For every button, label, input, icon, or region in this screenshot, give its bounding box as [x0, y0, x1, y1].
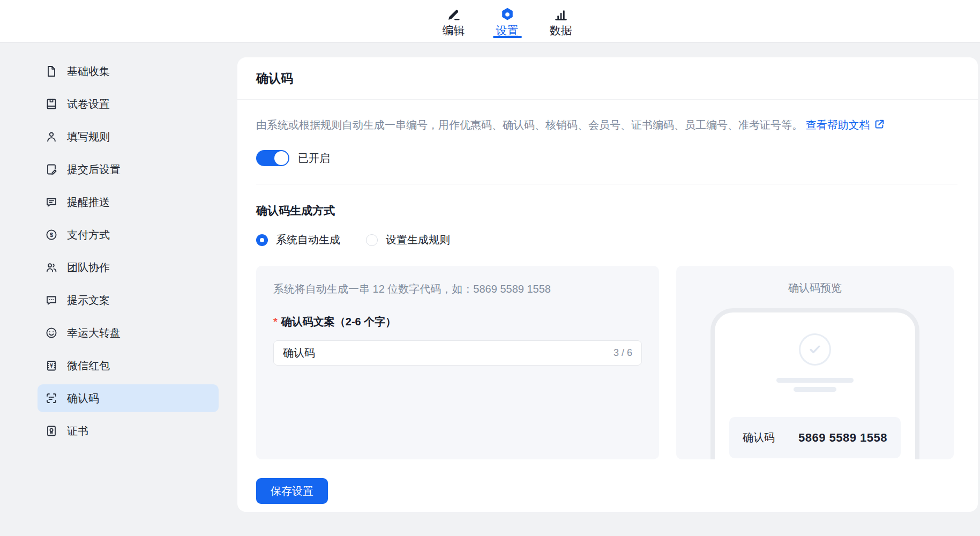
radio-custom-rule-label: 设置生成规则 — [386, 233, 450, 247]
radio-auto-generate-label: 系统自动生成 — [276, 233, 340, 247]
radio-custom-rule[interactable]: 设置生成规则 — [366, 233, 450, 247]
sidebar-item-payment[interactable]: $ 支付方式 — [38, 221, 219, 249]
sidebar-item-team[interactable]: 团队协作 — [38, 254, 219, 281]
enable-toggle[interactable] — [256, 150, 289, 166]
code-label-input-wrapper: 3 / 6 — [273, 340, 642, 366]
preview-panel: 确认码预览 确认码 5869 5589 1558 — [676, 266, 954, 459]
file-edit-icon — [45, 163, 58, 176]
description-text: 由系统或根据规则自动生成一串编号，用作优惠码、确认码、核销码、会员号、证书编码、… — [256, 119, 803, 131]
radio-selected-icon — [256, 234, 268, 246]
generation-mode-options: 系统自动生成 设置生成规则 — [256, 233, 957, 247]
sidebar-item-label: 微信红包 — [67, 359, 110, 373]
sidebar-item-reminder-push[interactable]: 提醒推送 — [38, 188, 219, 216]
sidebar-item-fill-rules[interactable]: 填写规则 — [38, 123, 219, 151]
sidebar-item-label: 填写规则 — [67, 130, 110, 144]
page-title: 确认码 — [256, 70, 293, 87]
save-settings-button[interactable]: 保存设置 — [256, 478, 328, 504]
svg-text:$: $ — [50, 232, 53, 238]
tab-underline — [493, 36, 522, 38]
file-icon — [45, 65, 58, 78]
toggle-status-label: 已开启 — [298, 151, 330, 166]
tab-data[interactable]: 数据 — [546, 0, 576, 43]
generation-mode-title: 确认码生成方式 — [256, 203, 957, 218]
radio-auto-generate[interactable]: 系统自动生成 — [256, 233, 340, 247]
sidebar-item-label: 基础收集 — [67, 64, 110, 79]
svg-text:¥: ¥ — [50, 362, 53, 369]
gear-icon — [500, 7, 515, 22]
phone-mockup: 确认码 5869 5589 1558 — [710, 308, 919, 459]
char-counter: 3 / 6 — [614, 347, 632, 359]
settings-sidebar: 基础收集 试卷设置 填写规则 提交后设置 提醒推送 — [0, 43, 237, 536]
sidebar-item-label: 提醒推送 — [67, 195, 110, 210]
required-asterisk: * — [273, 316, 278, 327]
person-icon — [45, 130, 58, 143]
sidebar-item-wechat-redpacket[interactable]: ¥ 微信红包 — [38, 352, 219, 379]
preview-title: 确认码预览 — [676, 281, 954, 295]
sidebar-item-hint-text[interactable]: 提示文案 — [38, 286, 219, 314]
smiley-icon — [45, 326, 58, 339]
field-label-text: 确认码文案（2-6 个字） — [281, 316, 396, 327]
feature-description: 由系统或根据规则自动生成一串编号，用作优惠码、确认码、核销码、会员号、证书编码、… — [256, 117, 957, 134]
tab-data-label: 数据 — [550, 25, 572, 36]
certificate-icon — [45, 425, 58, 437]
message-lines-icon — [45, 196, 58, 209]
placeholder-bar — [794, 387, 836, 392]
success-check-icon — [799, 333, 831, 366]
sidebar-item-label: 团队协作 — [67, 260, 110, 275]
dollar-circle-icon: $ — [45, 228, 58, 241]
tab-edit-label: 编辑 — [443, 25, 465, 36]
tab-settings[interactable]: 设置 — [492, 0, 522, 43]
preview-code-label: 确认码 — [743, 430, 775, 445]
help-doc-link-label: 查看帮助文档 — [806, 119, 870, 131]
enable-toggle-row: 已开启 — [256, 150, 957, 166]
sidebar-item-certificate[interactable]: 证书 — [38, 417, 219, 445]
auto-generate-hint: 系统将自动生成一串 12 位数字代码，如：5869 5589 1558 — [273, 282, 642, 296]
main-content: 确认码 由系统或根据规则自动生成一串编号，用作优惠码、确认码、核销码、会员号、证… — [237, 43, 980, 536]
radio-unselected-icon — [366, 234, 378, 246]
help-doc-link[interactable]: 查看帮助文档 — [806, 119, 885, 131]
code-label-input[interactable] — [283, 347, 614, 359]
preview-code-row: 确认码 5869 5589 1558 — [729, 417, 901, 458]
sidebar-item-label: 提示文案 — [67, 293, 110, 308]
exam-book-icon — [45, 98, 58, 110]
card-body: 由系统或根据规则自动生成一串编号，用作优惠码、确认码、核销码、会员号、证书编码、… — [237, 100, 978, 504]
sidebar-item-label: 确认码 — [67, 391, 99, 406]
scan-code-icon — [45, 392, 58, 405]
sidebar-item-exam-settings[interactable]: 试卷设置 — [38, 90, 219, 118]
sidebar-item-label: 支付方式 — [67, 228, 110, 242]
confirm-code-card: 确认码 由系统或根据规则自动生成一串编号，用作优惠码、确认码、核销码、会员号、证… — [237, 57, 978, 512]
sidebar-item-label: 证书 — [67, 424, 88, 438]
placeholder-bar — [776, 378, 854, 383]
sidebar-item-lucky-wheel[interactable]: 幸运大转盘 — [38, 319, 219, 347]
sidebar-item-label: 幸运大转盘 — [67, 326, 121, 340]
red-packet-icon: ¥ — [45, 359, 58, 372]
people-icon — [45, 261, 58, 274]
message-dots-icon — [45, 294, 58, 307]
tab-settings-label: 设置 — [496, 25, 519, 36]
toggle-knob — [274, 151, 288, 165]
sidebar-item-basic-collect[interactable]: 基础收集 — [38, 57, 219, 85]
top-tabs: 编辑 设置 数据 — [439, 0, 576, 42]
external-link-icon — [873, 118, 885, 134]
topbar: 编辑 设置 数据 — [0, 0, 980, 43]
preview-code-value: 5869 5589 1558 — [798, 431, 887, 445]
sidebar-item-label: 提交后设置 — [67, 162, 121, 177]
sidebar-item-after-submit[interactable]: 提交后设置 — [38, 155, 219, 183]
settings-panels: 系统将自动生成一串 12 位数字代码，如：5869 5589 1558 *确认码… — [256, 266, 957, 459]
code-label-field-label: *确认码文案（2-6 个字） — [273, 315, 642, 329]
divider — [256, 184, 957, 184]
pencil-icon — [446, 7, 461, 22]
auto-generate-panel: 系统将自动生成一串 12 位数字代码，如：5869 5589 1558 *确认码… — [256, 266, 659, 459]
sidebar-item-confirm-code[interactable]: 确认码 — [38, 384, 219, 412]
sidebar-item-label: 试卷设置 — [67, 97, 110, 111]
card-header: 确认码 — [237, 57, 978, 100]
bar-chart-icon — [553, 7, 568, 22]
tab-edit[interactable]: 编辑 — [439, 0, 469, 43]
